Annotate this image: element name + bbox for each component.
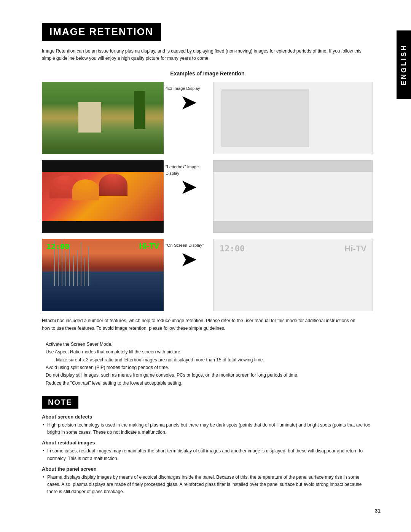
mast7 — [77, 250, 78, 286]
row3-left: 12:00 Hi-TV — [42, 239, 164, 311]
mast9 — [84, 257, 85, 286]
row1-arrow: ➤ — [171, 92, 206, 113]
note-bullet-3: Plasma displays display images by means … — [42, 474, 373, 496]
note-heading-1: About screen defects — [42, 414, 373, 420]
guideline-1: Activate the Screen Saver Mode. — [46, 340, 373, 348]
source-image-2 — [42, 160, 164, 233]
ghost-letterbox-top — [213, 161, 373, 172]
row3-arrow: ➤ — [171, 249, 206, 270]
mast2 — [58, 248, 59, 286]
mast8 — [81, 242, 81, 286]
result-osd-brand: Hi-TV — [345, 244, 366, 254]
example-row-3: 12:00 Hi-TV "On-Screen Display" ➤ 12:00 … — [42, 239, 373, 311]
row1-left — [42, 82, 164, 154]
row2-left — [42, 160, 164, 233]
result-image-1 — [213, 82, 373, 154]
guideline-2: Use Aspect Ratio modes that completely f… — [46, 348, 373, 356]
page-title: IMAGE RETENTION — [49, 26, 153, 38]
row1-middle: 4x3 Image Display ➤ — [164, 82, 213, 154]
arrow-icon: ➤ — [181, 92, 196, 113]
letterbox-content — [42, 172, 164, 221]
hitachi-note-text: Hitachi has included a number of feature… — [42, 317, 362, 332]
note-about-panel-screen: About the panel screen Plasma displays d… — [42, 466, 373, 496]
harbor-osd-time: 12:00 — [46, 242, 69, 251]
note-section: About screen defects High precision tech… — [42, 414, 373, 495]
result-osd-time: 12:00 — [220, 244, 245, 253]
side-tab-label: ENGLISH — [400, 44, 408, 85]
row2-middle: "Letterbox" Image Display ➤ — [164, 160, 213, 233]
note-about-residual-images: About residual images In some cases, res… — [42, 440, 373, 462]
ghost-image-1 — [221, 89, 309, 147]
row2-arrow: ➤ — [171, 176, 206, 198]
note-bullet-2: In some cases, residual images may remai… — [42, 447, 373, 462]
example-row-1: 4x3 Image Display ➤ — [42, 82, 373, 154]
guideline-6: Reduce the "Contrast" level setting to t… — [46, 379, 373, 387]
arrow-icon-3: ➤ — [181, 249, 196, 270]
note-banner: Note — [42, 396, 78, 409]
title-banner: IMAGE RETENTION — [42, 23, 161, 41]
guideline-4: Avoid using split screen (PIP) modes for… — [46, 364, 373, 371]
source-image-3: 12:00 Hi-TV — [42, 239, 164, 311]
guideline-3-sub: Make sure 4 x 3 aspect ratio and letterb… — [46, 356, 373, 364]
examples-section-title: Examples of Image Retention — [42, 70, 373, 77]
note-bullet-1: High precision technology is used in the… — [42, 422, 373, 436]
guidelines-list: Activate the Screen Saver Mode. Use Aspe… — [42, 340, 373, 387]
row3-middle: "On-Screen Display" ➤ — [164, 239, 213, 311]
result-image-3: 12:00 Hi-TV — [213, 239, 373, 311]
harbor-osd-brand: Hi-TV — [139, 242, 159, 251]
mast10 — [88, 246, 89, 286]
page-number: 31 — [374, 508, 381, 514]
note-about-screen-defects: About screen defects High precision tech… — [42, 414, 373, 436]
intro-text: Image Retention can be an issue for any … — [42, 48, 362, 62]
palm-decoration — [134, 91, 145, 129]
example-row-2: "Letterbox" Image Display ➤ — [42, 160, 373, 233]
arrow-icon-2: ➤ — [181, 176, 196, 198]
letterbox-bottom-bar — [42, 221, 164, 233]
side-tab: ENGLISH — [397, 30, 411, 99]
note-heading-2: About residual images — [42, 440, 373, 446]
umbrella3 — [99, 174, 127, 196]
ghost-letterbox-bottom — [213, 221, 373, 232]
mast6 — [73, 256, 74, 286]
mast5 — [69, 244, 70, 286]
note-heading-3: About the panel screen — [42, 466, 373, 472]
letterbox-top-bar — [42, 160, 164, 172]
row1-label: 4x3 Image Display — [166, 83, 211, 92]
mast4 — [65, 252, 66, 286]
row3-label: "On-Screen Display" — [166, 240, 211, 249]
source-image-1 — [42, 82, 164, 154]
guideline-5: Do not display still images, such as men… — [46, 371, 373, 379]
result-image-2 — [213, 160, 373, 233]
building-decoration — [78, 102, 101, 133]
note-title: Note — [48, 398, 72, 406]
page-container: ENGLISH IMAGE RETENTION Image Retention … — [0, 0, 411, 525]
umbrella2 — [72, 179, 99, 200]
row2-label: "Letterbox" Image Display — [166, 162, 211, 176]
